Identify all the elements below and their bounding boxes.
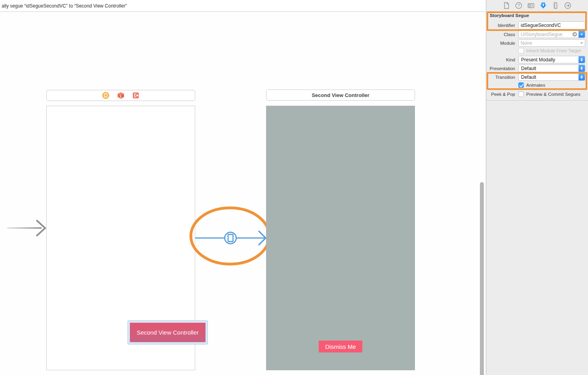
animates-row: Animates <box>486 82 585 88</box>
class-navigate-icon[interactable] <box>572 32 577 37</box>
jump-bar[interactable]: ally segue “idSegueSecondVC” to “Second … <box>0 0 485 12</box>
view-controller-icon[interactable] <box>102 92 109 99</box>
kind-stepper-icon <box>578 56 585 63</box>
class-row: Class UIStoryboardSegue <box>486 30 585 38</box>
first-vc-body[interactable]: Second View Controller <box>46 106 195 370</box>
animates-checkbox[interactable] <box>518 82 524 88</box>
storyboard-canvas[interactable]: 1 Second View Controller <box>0 12 485 375</box>
inherit-module-checkbox[interactable] <box>518 48 524 53</box>
dismiss-me-label: Dismiss Me <box>325 343 356 350</box>
peek-pop-row: Peek & Pop Preview & Commit Segues <box>486 91 585 97</box>
module-placeholder: None <box>519 40 578 46</box>
segue-connector[interactable] <box>188 190 276 268</box>
section-separator <box>486 100 588 101</box>
attributes-inspector-icon[interactable] <box>540 2 547 9</box>
svg-text:1: 1 <box>120 95 122 98</box>
svg-text:?: ? <box>518 4 520 8</box>
second-view-controller-button[interactable]: Second View Controller <box>130 323 206 342</box>
selected-button-handles[interactable]: Second View Controller <box>127 320 208 345</box>
identifier-label: Identifier <box>486 23 518 28</box>
inherit-module-label: Inherit Module From Target <box>526 48 581 53</box>
identifier-input[interactable] <box>518 21 585 29</box>
kind-value: Present Modally <box>519 57 578 63</box>
transition-stepper-icon <box>578 74 585 80</box>
connections-inspector-icon[interactable] <box>564 2 571 9</box>
file-inspector-icon[interactable] <box>503 2 510 9</box>
exit-icon[interactable] <box>132 92 139 99</box>
kind-label: Kind <box>486 57 518 62</box>
presentation-row: Presentation Default <box>486 65 585 72</box>
initial-vc-arrow <box>4 217 49 241</box>
utilities-inspector-panel: ? Storyboard Segue <box>486 0 588 375</box>
class-placeholder: UIStoryboardSegue <box>519 32 572 37</box>
second-vc-header[interactable]: Second View Controller <box>266 89 415 101</box>
section-title: Storyboard Segue <box>490 13 529 18</box>
transition-value: Default <box>519 74 578 80</box>
peek-pop-label: Peek & Pop <box>486 92 518 97</box>
vertical-scrollbar-thumb[interactable] <box>480 182 484 375</box>
module-row: Module None <box>486 39 585 47</box>
class-combobox[interactable]: UIStoryboardSegue <box>518 30 585 38</box>
peek-pop-checkbox[interactable] <box>518 91 524 97</box>
transition-popup[interactable]: Default <box>518 73 585 81</box>
xcode-interface-builder: ally segue “idSegueSecondVC” to “Second … <box>0 0 588 375</box>
transition-label: Transition <box>486 75 518 80</box>
module-chevron-icon <box>578 40 585 46</box>
identity-inspector-icon[interactable] <box>527 2 535 9</box>
class-label: Class <box>486 32 518 37</box>
quick-help-inspector-icon[interactable]: ? <box>515 2 522 9</box>
inspector-toolbar: ? <box>486 0 588 11</box>
transition-row: Transition Default <box>486 73 585 81</box>
presentation-label: Presentation <box>486 66 518 71</box>
dismiss-me-button[interactable]: Dismiss Me <box>319 341 362 352</box>
second-vc-title: Second View Controller <box>312 92 369 98</box>
presentation-value: Default <box>519 66 578 71</box>
module-dropdown[interactable]: None <box>518 39 585 47</box>
presentation-stepper-icon <box>578 65 585 72</box>
first-vc-header[interactable]: 1 <box>46 90 195 101</box>
kind-row: Kind Present Modally <box>486 56 585 63</box>
first-responder-icon[interactable]: 1 <box>117 92 124 99</box>
presentation-popup[interactable]: Default <box>518 65 585 72</box>
animates-label: Animates <box>526 83 545 88</box>
peek-pop-option-label: Preview & Commit Segues <box>526 92 580 97</box>
module-label: Module <box>486 41 518 46</box>
class-dropdown-button[interactable] <box>578 31 585 38</box>
kind-popup[interactable]: Present Modally <box>518 56 585 63</box>
second-vc-body[interactable]: Dismiss Me <box>266 106 415 370</box>
size-inspector-icon[interactable] <box>552 2 559 9</box>
inherit-module-row: Inherit Module From Target <box>486 48 585 53</box>
button-label: Second View Controller <box>137 329 198 336</box>
identifier-row: Identifier <box>486 21 585 29</box>
jump-bar-text: ally segue “idSegueSecondVC” to “Second … <box>2 3 127 9</box>
